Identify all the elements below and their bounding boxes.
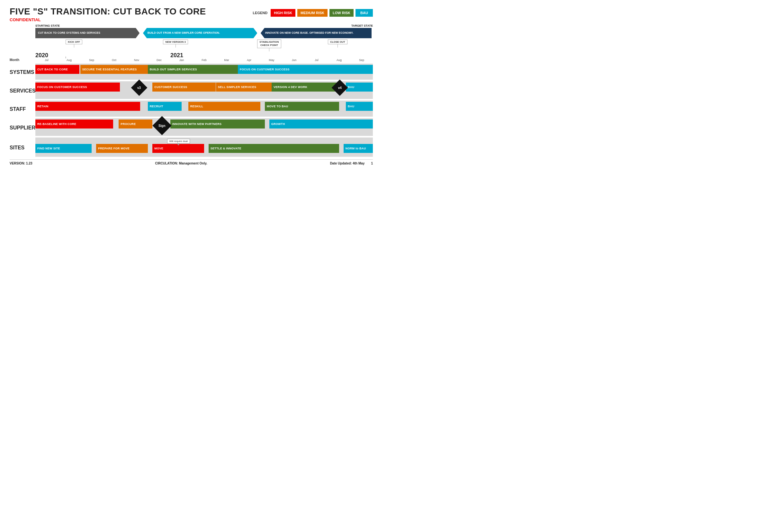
sites-title: SITES: [10, 145, 24, 151]
arrow-cut-back: CUT BACK TO CORE SYSTEMS AND SERVICES: [35, 28, 140, 38]
date-label: Date Updated: 4th May: [330, 161, 365, 165]
bar-cut-back-to-core: CUT BACK TO CORE: [35, 65, 79, 74]
sites-bar-area: Will require dual FIND NEW SITE PREPARE …: [35, 137, 373, 157]
month-feb: Feb: [193, 59, 215, 62]
bar-retain: RETAIN: [35, 102, 140, 111]
bar-services-focus: FOCUS ON CUSTOMER SUCCESS: [35, 83, 120, 92]
month-may: May: [260, 59, 283, 62]
target-state-label: TARGET STATE: [351, 24, 373, 27]
month-sep2: Sep: [351, 59, 373, 62]
month-aug2: Aug: [328, 59, 351, 62]
header: FIVE "S" TRANSITION: CUT BACK TO CORE CO…: [10, 6, 373, 22]
month-jul: Jul: [35, 59, 58, 62]
month-mar: Mar: [215, 59, 238, 62]
bar-prepare-move: PREPARE FOR MOVE: [96, 144, 148, 153]
new-version3-callout: NEW VERSION 3: [163, 40, 188, 48]
year-2021: 2021: [170, 52, 183, 59]
bar-version4-dev: VERSION 4 DEV WORK: [272, 83, 339, 92]
bar-procure: PROCURE: [119, 120, 152, 129]
footer: VERSION: 1.23 CIRCULATION: Management On…: [10, 159, 373, 165]
confidential-label: CONFIDENTIAL: [10, 17, 206, 22]
dual-callout: Will require dual: [167, 139, 190, 143]
bar-sell-simpler: SELL SIMPLER SERVICES: [216, 83, 272, 92]
suppliers-bar-area: RE-BASELINE WITH CORE PROCURE Sign INNOV…: [35, 118, 373, 136]
bar-find-site: FIND NEW SITE: [35, 144, 92, 153]
year-2020: 2020: [35, 52, 48, 59]
circulation-label: CIRCULATION: Management Only.: [155, 161, 207, 165]
bar-secure-essential: SECURE THE ESSENTIAL FEATURES: [80, 65, 148, 74]
systems-section: SYSTEMS CUT BACK TO CORE SECURE THE ESSE…: [10, 64, 373, 80]
month-jan: Jan: [170, 59, 193, 62]
month-jun: Jun: [283, 59, 305, 62]
legend-block: LEGEND HIGH RISK MEDIUM RISK LOW RISK BA…: [253, 9, 373, 17]
arrow-innovate: INNOVATE ON NEW CORE BASE. OPTIMISED FOR…: [261, 28, 372, 38]
staff-section: STAFF RETAIN RECRUIT RESKILL MOVE TO BAU…: [10, 101, 373, 117]
sign-diamond: Sign: [155, 119, 169, 133]
legend-bau: BAU: [356, 9, 373, 17]
bar-services-bau: BAU: [346, 83, 373, 92]
bar-growth: GROWTH: [269, 120, 373, 129]
month-jul2: Jul: [305, 59, 328, 62]
bar-focus-customer-success: FOCUS ON CUSTOMER SUCCESS: [238, 65, 373, 74]
page-number: 1: [371, 161, 373, 165]
stabilisation-callout: STABILISATIONCHECK POINT: [257, 40, 281, 51]
month-label: Month: [10, 58, 35, 62]
close-out-callout: CLOSE OUT: [328, 40, 348, 48]
timeline-header: STARTING STATE TARGET STATE CUT BACK TO …: [10, 24, 373, 57]
legend-label: LEGEND: [253, 11, 268, 15]
month-sep: Sep: [80, 59, 103, 62]
services-title: SERVICES: [10, 88, 36, 94]
month-apr: Apr: [238, 59, 260, 62]
legend-high-risk: HIGH RISK: [271, 9, 296, 17]
systems-title: SYSTEMS: [10, 69, 34, 75]
bar-settle-innovate: SETTLE & INNOVATE: [209, 144, 339, 153]
month-oct: Oct: [103, 59, 125, 62]
starting-state-label: STARTING STATE: [35, 24, 60, 27]
legend-low-risk: LOW RISK: [330, 9, 354, 17]
month-row: Month 2020 ↓ 2021 Jul Aug Sep Oct Nov De…: [10, 58, 373, 62]
bar-recruit: RECRUIT: [148, 102, 182, 111]
month-dec: Dec: [148, 59, 170, 62]
systems-bar-area: CUT BACK TO CORE SECURE THE ESSENTIAL FE…: [35, 64, 373, 80]
diamond-v3: v3: [133, 82, 145, 94]
staff-bar-area: RETAIN RECRUIT RESKILL MOVE TO BAU BAU: [35, 101, 373, 117]
bar-reskill: RESKILL: [188, 102, 261, 111]
bar-build-out-simpler: BUILD OUT SIMPLER SERVICES: [148, 65, 238, 74]
title-block: FIVE "S" TRANSITION: CUT BACK TO CORE CO…: [10, 6, 206, 22]
page-title: FIVE "S" TRANSITION: CUT BACK TO CORE: [10, 6, 206, 17]
version-label: VERSION: 1.23: [10, 161, 32, 165]
diamond-v4: v4: [334, 82, 346, 94]
bar-innovate-partners: INNOVATE WITH NEW PARTNERS: [170, 120, 265, 129]
bar-norm-bau: NORM to BAU: [344, 144, 373, 153]
kickoff-callout: KICK OFF: [66, 40, 82, 48]
arrow-build-out: BUILD OUT FROM A NEW SIMPLER CORE OPERAT…: [143, 28, 258, 38]
bar-rebaseline: RE-BASELINE WITH CORE: [35, 120, 113, 129]
staff-title: STAFF: [10, 106, 26, 112]
bar-customer-success: CUSTOMER SUCCESS: [152, 83, 215, 92]
services-bar-area: FOCUS ON CUSTOMER SUCCESS v3 CUSTOMER SU…: [35, 81, 373, 99]
services-section: SERVICES FOCUS ON CUSTOMER SUCCESS v3 CU…: [10, 81, 373, 99]
sites-section: SITES Will require dual FIND NEW SITE PR…: [10, 137, 373, 157]
bar-staff-bau: BAU: [346, 102, 373, 111]
bar-move-to-bau: MOVE TO BAU: [265, 102, 339, 111]
suppliers-title: SUPPLIERS: [10, 125, 39, 131]
months-container: Jul Aug Sep Oct Nov Dec Jan Feb Mar Apr …: [35, 59, 373, 62]
legend-medium-risk: MEDIUM RISK: [297, 9, 328, 17]
page-wrapper: FIVE "S" TRANSITION: CUT BACK TO CORE CO…: [10, 6, 373, 165]
suppliers-section: SUPPLIERS RE-BASELINE WITH CORE PROCURE …: [10, 118, 373, 136]
month-aug: Aug: [58, 59, 80, 62]
month-nov: Nov: [125, 59, 148, 62]
